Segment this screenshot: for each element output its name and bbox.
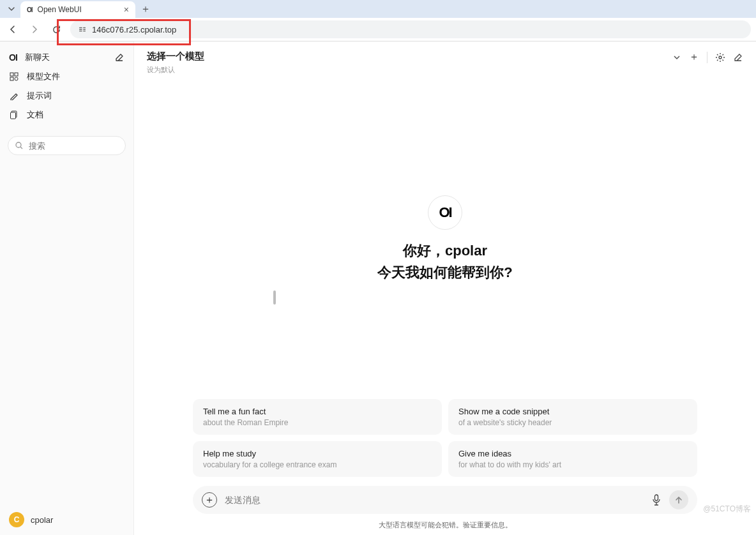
forward-button[interactable] (27, 22, 42, 37)
sidebar-item-model-files[interactable]: 模型文件 (9, 67, 125, 86)
address-bar: 146c076.r25.cpolar.top (0, 18, 756, 41)
back-button[interactable] (5, 22, 20, 37)
reload-button[interactable] (49, 22, 64, 37)
main-header: 选择一个模型 设为默认 ＋ (134, 41, 756, 79)
sidebar-item-label: 提示词 (27, 90, 52, 102)
svg-point-3 (15, 77, 18, 80)
arrow-right-icon (29, 24, 40, 34)
sidebar-item-prompts[interactable]: 提示词 (9, 86, 125, 105)
tab-favicon: OI (27, 6, 33, 13)
url-field[interactable]: 146c076.r25.cpolar.top (70, 20, 751, 38)
message-input-container: ＋ (193, 486, 697, 514)
suggestions-grid: Tell me a fun fact about the Roman Empir… (167, 399, 723, 486)
message-input[interactable] (225, 495, 644, 505)
add-model-button[interactable]: ＋ (689, 50, 699, 64)
suggestion-card[interactable]: Give me ideas for what to do with my kid… (448, 441, 697, 477)
sidebar-item-label: 模型文件 (27, 71, 60, 82)
suggestion-subtitle: vocabulary for a college entrance exam (203, 460, 432, 469)
user-name: cpolar (31, 515, 53, 525)
app: OI 新聊天 模型文件 提示词 (0, 41, 756, 535)
search-icon (15, 141, 24, 150)
gear-icon (715, 52, 725, 63)
message-input-row: ＋ (167, 486, 723, 520)
tab-title: Open WebUI (38, 5, 82, 14)
app-logo-large: OI (428, 195, 462, 230)
tab-close-button[interactable]: × (124, 4, 129, 15)
suggestion-subtitle: about the Roman Empire (203, 418, 432, 427)
document-icon (9, 110, 19, 120)
tabs-dropdown-button[interactable] (5, 3, 18, 15)
sidebar-item-label: 文档 (27, 109, 43, 121)
model-selector[interactable]: 选择一个模型 (147, 50, 672, 63)
compose-icon[interactable] (114, 52, 125, 63)
sidebar-item-documents[interactable]: 文档 (9, 105, 125, 124)
edit-icon (733, 52, 743, 63)
voice-button[interactable] (651, 494, 662, 506)
svg-rect-5 (11, 112, 16, 119)
browser-tab[interactable]: OI Open WebUI × (20, 1, 135, 18)
chevron-down-icon (8, 5, 15, 13)
set-default-link[interactable]: 设为默认 (147, 65, 672, 75)
site-settings-icon[interactable] (78, 25, 87, 34)
attach-button[interactable]: ＋ (202, 492, 217, 508)
header-actions: ＋ (672, 50, 743, 64)
svg-point-7 (719, 56, 722, 59)
new-tab-button[interactable]: ＋ (138, 1, 153, 17)
disclaimer-text: 大型语言模型可能会犯错。验证重要信息。 (134, 520, 756, 535)
sidebar: OI 新聊天 模型文件 提示词 (0, 41, 134, 535)
greeting-line-1: 你好，cpolar (403, 241, 487, 260)
welcome-area: OI 你好，cpolar 今天我如何能帮到你? (134, 79, 756, 399)
browser-chrome: OI Open WebUI × ＋ 146c076.r25.cpolar.top (0, 0, 756, 41)
svg-rect-8 (655, 495, 658, 501)
suggestion-card[interactable]: Show me a code snippet of a website's st… (448, 399, 697, 435)
edit-button[interactable] (733, 52, 743, 63)
arrow-left-icon (8, 24, 18, 34)
pencil-icon (9, 91, 19, 101)
suggestion-subtitle: for what to do with my kids' art (458, 460, 687, 469)
arrow-up-icon (674, 495, 683, 504)
suggestion-card[interactable]: Help me study vocabulary for a college e… (193, 441, 442, 477)
suggestion-title: Show me a code snippet (458, 407, 687, 416)
svg-rect-0 (10, 73, 13, 76)
settings-button[interactable] (715, 52, 725, 63)
suggestion-title: Give me ideas (458, 449, 687, 458)
microphone-icon (651, 494, 662, 506)
greeting-line-2: 今天我如何能帮到你? (377, 263, 512, 282)
reload-icon (52, 25, 61, 34)
suggestion-title: Tell me a fun fact (203, 407, 432, 416)
new-chat-button[interactable]: OI 新聊天 (9, 48, 125, 67)
divider (707, 52, 707, 63)
suggestion-card[interactable]: Tell me a fun fact about the Roman Empir… (193, 399, 442, 435)
main-content: 选择一个模型 设为默认 ＋ OI 你好，cpolar 今天我如何能帮到你? (134, 41, 756, 535)
chevron-down-icon (672, 53, 681, 62)
tab-strip: OI Open WebUI × ＋ (0, 0, 756, 18)
sidebar-footer[interactable]: C cpolar (0, 504, 133, 535)
url-text: 146c076.r25.cpolar.top (92, 25, 176, 34)
suggestion-subtitle: of a website's sticky header (458, 418, 687, 427)
svg-rect-1 (15, 73, 18, 76)
suggestion-title: Help me study (203, 449, 432, 458)
sidebar-resize-handle[interactable] (273, 290, 276, 305)
search-input[interactable] (29, 141, 136, 151)
new-chat-label: 新聊天 (25, 52, 50, 63)
app-logo-icon: OI (9, 52, 17, 63)
sidebar-search[interactable] (8, 136, 126, 155)
watermark: @51CTO博客 (703, 504, 751, 515)
send-button[interactable] (669, 490, 688, 509)
model-dropdown-button[interactable] (672, 53, 681, 62)
grid-icon (9, 72, 19, 82)
svg-rect-2 (10, 77, 13, 80)
svg-point-6 (16, 142, 21, 147)
user-avatar: C (9, 512, 24, 527)
